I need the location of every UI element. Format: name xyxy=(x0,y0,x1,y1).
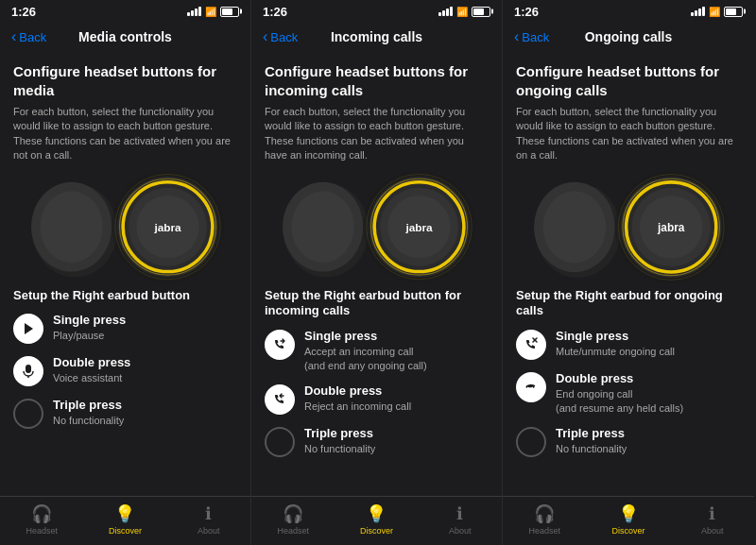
panel-media: 1:26 📶 ‹ Back Media controls xyxy=(0,0,251,545)
tab-discover-label: Discover xyxy=(360,526,393,536)
tab-headset[interactable]: 🎧 Headset xyxy=(503,503,587,536)
section-desc: For each button, select the functionalit… xyxy=(13,105,237,163)
content-area: Configure headset buttons for ongoing ca… xyxy=(503,55,754,496)
back-label: Back xyxy=(19,30,46,44)
double-press-icon xyxy=(516,372,546,402)
tab-discover[interactable]: 💡 Discover xyxy=(587,503,671,536)
tab-about[interactable]: ℹ About xyxy=(167,503,250,536)
headphone-image: jabra xyxy=(265,171,489,284)
tab-about-label: About xyxy=(701,526,724,536)
section-desc: For each button, select the functionalit… xyxy=(265,105,489,163)
tab-headset-label: Headset xyxy=(529,526,561,536)
setup-title: Setup the Right earbud button for incomi… xyxy=(265,284,489,320)
triple-press-icon xyxy=(13,399,43,429)
nav-title: Incoming calls xyxy=(331,29,422,44)
double-press-label: Double press xyxy=(556,371,683,387)
triple-press-value: No functionality xyxy=(304,442,375,455)
section-title: Configure headset buttons for incoming c… xyxy=(265,62,489,99)
tab-headset[interactable]: 🎧 Headset xyxy=(251,503,335,536)
nav-bar: ‹ Back Ongoing calls xyxy=(503,21,754,55)
status-bar: 1:26 📶 xyxy=(503,0,754,21)
setup-title: Setup the Right earbud for ongoing calls xyxy=(516,284,741,320)
back-chevron-icon: ‹ xyxy=(263,29,267,44)
headphone-image: jabra xyxy=(13,171,237,284)
single-press-icon xyxy=(516,330,546,360)
tab-discover[interactable]: 💡 Discover xyxy=(335,503,418,536)
back-button[interactable]: ‹ Back xyxy=(263,30,298,44)
setup-title: Setup the Right earbud button xyxy=(13,284,237,304)
signal-icon xyxy=(691,7,705,16)
double-press-label: Double press xyxy=(53,355,130,371)
back-label: Back xyxy=(270,30,298,44)
status-icons: 📶 xyxy=(187,7,239,17)
button-item-double[interactable]: Double press End ongoing call(and resume… xyxy=(516,371,741,414)
double-press-value: Reject an incoming call xyxy=(304,400,411,413)
double-press-value: Voice assistant xyxy=(53,371,130,384)
single-press-value: Mute/unmute ongoing call xyxy=(556,345,675,358)
battery-icon xyxy=(724,7,743,17)
tab-headset[interactable]: 🎧 Headset xyxy=(0,503,83,536)
wifi-icon: 📶 xyxy=(205,7,216,17)
status-time: 1:26 xyxy=(263,5,287,19)
status-icons: 📶 xyxy=(438,7,490,17)
button-item-single[interactable]: Single press Mute/unmute ongoing call xyxy=(516,329,741,360)
svg-point-2 xyxy=(40,192,102,264)
triple-press-info: Triple press No functionality xyxy=(53,398,124,427)
nav-bar: ‹ Back Incoming calls xyxy=(251,21,502,55)
nav-bar: ‹ Back Media controls xyxy=(0,21,250,55)
button-item-double[interactable]: Double press Voice assistant xyxy=(13,355,237,386)
tab-about[interactable]: ℹ About xyxy=(419,503,502,536)
single-press-label: Single press xyxy=(556,329,675,345)
button-item-single[interactable]: Single press Accept an incoming call(and… xyxy=(265,329,489,371)
svg-text:jabra: jabra xyxy=(404,221,433,234)
tab-about-icon: ℹ xyxy=(709,503,715,524)
back-button[interactable]: ‹ Back xyxy=(11,30,46,44)
back-button[interactable]: ‹ Back xyxy=(514,30,549,44)
signal-icon xyxy=(438,7,453,16)
button-item-triple[interactable]: Triple press No functionality xyxy=(265,426,489,457)
status-bar: 1:26 📶 xyxy=(0,0,250,21)
triple-press-label: Triple press xyxy=(556,426,627,442)
signal-icon xyxy=(187,7,201,16)
single-press-info: Single press Play/pause xyxy=(53,313,126,342)
triple-press-label: Triple press xyxy=(53,398,124,414)
status-time: 1:26 xyxy=(11,5,36,19)
tab-discover-icon: 💡 xyxy=(114,503,135,524)
single-press-info: Single press Mute/unmute ongoing call xyxy=(556,329,675,358)
svg-rect-12 xyxy=(26,365,31,373)
wifi-icon: 📶 xyxy=(709,7,720,17)
button-item-single[interactable]: Single press Play/pause xyxy=(13,313,237,344)
nav-title: Media controls xyxy=(78,29,172,44)
tab-bar: 🎧 Headset 💡 Discover ℹ About xyxy=(0,496,250,545)
section-title: Configure headset buttons for media xyxy=(13,62,237,99)
tab-about-label: About xyxy=(198,526,220,536)
single-press-value: Play/pause xyxy=(53,329,126,342)
tab-discover[interactable]: 💡 Discover xyxy=(83,503,166,536)
nav-title: Ongoing calls xyxy=(585,29,673,44)
button-item-double[interactable]: Double press Reject an incoming call xyxy=(265,383,489,415)
double-press-value: End ongoing call(and resume any held cal… xyxy=(556,387,683,415)
tab-about[interactable]: ℹ About xyxy=(670,503,754,536)
svg-point-27 xyxy=(543,191,607,263)
tab-bar: 🎧 Headset 💡 Discover ℹ About xyxy=(251,496,502,545)
tab-about-icon: ℹ xyxy=(456,503,463,524)
status-icons: 📶 xyxy=(691,7,743,17)
triple-press-value: No functionality xyxy=(53,414,124,427)
tab-discover-label: Discover xyxy=(612,526,645,536)
button-item-triple[interactable]: Triple press No functionality xyxy=(516,426,741,457)
single-press-value: Accept an incoming call(and end any ongo… xyxy=(304,345,427,372)
button-item-triple[interactable]: Triple press No functionality xyxy=(13,398,237,429)
tab-headset-label: Headset xyxy=(277,526,309,536)
double-press-label: Double press xyxy=(304,383,411,400)
double-press-info: Double press Voice assistant xyxy=(53,355,130,384)
tab-discover-icon: 💡 xyxy=(366,503,387,524)
tab-headset-icon: 🎧 xyxy=(283,503,303,524)
svg-text:jabra: jabra xyxy=(657,221,685,234)
double-press-info: Double press Reject an incoming call xyxy=(304,383,411,413)
panel-incoming: 1:26 📶 ‹ Back Incoming calls xyxy=(251,0,503,545)
triple-press-icon xyxy=(516,427,546,457)
svg-point-16 xyxy=(291,192,353,264)
tab-about-icon: ℹ xyxy=(205,503,212,524)
battery-icon xyxy=(220,7,239,17)
status-bar: 1:26 📶 xyxy=(251,0,502,21)
